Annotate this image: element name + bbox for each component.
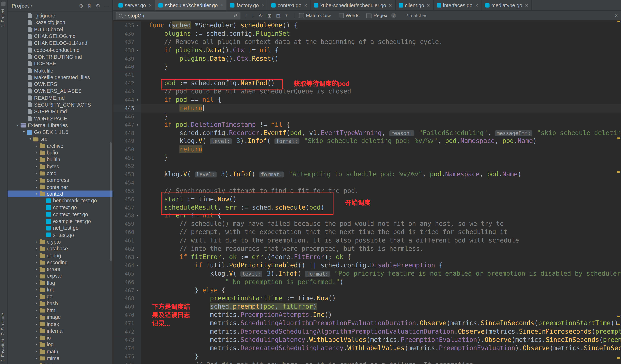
tree-item[interactable]: ▸encoding (8, 259, 113, 266)
gutter-cell[interactable]: 475 (113, 352, 141, 361)
gutter-cell[interactable]: 453 (113, 170, 141, 179)
tree-item[interactable]: context.go (8, 204, 113, 211)
chevron-collapsed-icon[interactable]: ▸ (34, 288, 39, 292)
tab-close-icon[interactable]: × (261, 2, 265, 8)
tree-item[interactable]: ▸errors (8, 266, 113, 273)
code-line[interactable]: 455 // Synchronously attempt to find a f… (113, 187, 621, 195)
tool-strip-project-button[interactable]: 1: Project (0, 9, 5, 27)
code-line[interactable]: 440 } (113, 63, 621, 71)
tree-item[interactable]: OWNERS (8, 81, 113, 88)
gutter-cell[interactable]: 459 (113, 220, 141, 228)
chevron-collapsed-icon[interactable]: ▸ (34, 329, 39, 333)
chevron-collapsed-icon[interactable]: ▸ (34, 350, 39, 353)
tree-item[interactable]: ▸net (8, 362, 113, 364)
tree-item[interactable]: ▸fmt (8, 286, 113, 293)
tree-item[interactable]: ▸mime (8, 355, 113, 362)
gear-icon[interactable]: ⚙ (96, 3, 100, 8)
gutter-cell[interactable]: 450 (113, 145, 141, 154)
regex-checkbox[interactable] (366, 13, 372, 18)
gutter-cell[interactable]: 470 (113, 311, 141, 319)
code-line[interactable]: 468 preemptionStartTime := time.Now() (113, 295, 621, 303)
gutter-cell[interactable]: 476 (113, 361, 141, 364)
tree-item[interactable]: ▸math (8, 348, 113, 355)
tree-item[interactable]: SECURITY_CONTACTS (8, 101, 113, 108)
code-line[interactable]: 446 } (113, 112, 621, 121)
tree-item[interactable]: BUILD.bazel (8, 26, 113, 33)
gutter-cell[interactable]: 474 (113, 344, 141, 352)
fold-icon[interactable]: ▾ (135, 46, 140, 54)
fold-icon[interactable]: ▾ (135, 253, 140, 261)
hide-panel-icon[interactable]: — (104, 3, 109, 8)
gutter-cell[interactable]: 441 (113, 71, 141, 79)
gutter-cell[interactable]: 471 (113, 319, 141, 328)
code-line[interactable]: 475 } (113, 352, 621, 361)
gutter-cell[interactable]: 465 (113, 270, 141, 278)
chevron-collapsed-icon[interactable]: ▸ (34, 274, 39, 278)
code-line[interactable]: 463▾ if fitError, ok := err.(*core.FitEr… (113, 253, 621, 261)
tree-item[interactable]: CHANGELOG-1.14.md (8, 40, 113, 46)
project-panel-title[interactable]: Project (12, 2, 29, 8)
tree-item[interactable]: ▸image (8, 314, 113, 321)
help-icon[interactable]: ? (391, 13, 396, 18)
tree-item[interactable]: ▸flag (8, 279, 113, 286)
filter-icon[interactable]: ▼ (285, 14, 288, 17)
add-selection-icon[interactable]: ⊞ (267, 13, 272, 18)
code-line[interactable]: 438▾ if plugins.Data().Ctx != nil { (113, 46, 621, 54)
code-line[interactable]: 460 // preempt, with the expectation tha… (113, 228, 621, 237)
chevron-down-icon[interactable]: ▾ (31, 4, 32, 8)
code-line[interactable]: 449 klog.V( level: 3).Infof( format: "Sk… (113, 137, 621, 145)
tree-item[interactable]: ▸index (8, 321, 113, 328)
tree-item[interactable]: CONTRIBUTING.md (8, 53, 113, 60)
chevron-expanded-icon[interactable]: ▾ (22, 130, 26, 134)
find-next-icon[interactable]: ↓ (252, 13, 254, 18)
tree-item[interactable]: CHANGELOG.md (8, 33, 113, 40)
error-stripe-mark[interactable] (617, 357, 620, 359)
chevron-collapsed-icon[interactable]: ▸ (34, 267, 39, 271)
tree-item[interactable]: ▸debug (8, 252, 113, 259)
chevron-collapsed-icon[interactable]: ▸ (34, 356, 39, 360)
gutter-cell[interactable]: 448 (113, 129, 141, 137)
code-line[interactable]: 467▾ } else { (113, 286, 621, 295)
code-line[interactable]: 476 // Pod did not fit anywhere, so it i… (113, 361, 621, 364)
tool-strip-favorites-button[interactable]: 2: Favorites (0, 339, 5, 362)
tree-scrollbar[interactable] (110, 142, 112, 261)
tree-item[interactable]: OWNERS_ALIASES (8, 88, 113, 94)
chevron-collapsed-icon[interactable]: ▸ (34, 158, 39, 161)
tree-item[interactable]: ▾src (8, 136, 113, 142)
gutter-cell[interactable]: 458▾ (113, 212, 141, 220)
code-line[interactable]: 441 (113, 71, 621, 79)
tree-item[interactable]: ▸archive (8, 142, 113, 149)
tree-item[interactable]: WORKSPACE (8, 115, 113, 122)
tree-item[interactable]: ▾External Libraries (8, 122, 113, 129)
gutter-cell[interactable]: 464▾ (113, 261, 141, 270)
gutter-cell[interactable]: 445 (113, 104, 141, 112)
gutter-cell[interactable]: 449 (113, 137, 141, 145)
tree-item[interactable]: .gitignore (8, 12, 113, 19)
editor-tab[interactable]: server.go× (115, 0, 155, 10)
gutter-cell[interactable]: 462 (113, 245, 141, 253)
chevron-collapsed-icon[interactable]: ▸ (34, 260, 39, 264)
code-line[interactable]: 448 sched.config.Recorder.Eventf(pod, v1… (113, 129, 621, 137)
tool-strip-structure-button[interactable]: 7: Structure (0, 313, 5, 336)
gutter-cell[interactable]: 460 (113, 228, 141, 237)
tree-item[interactable]: ▸hash (8, 300, 113, 307)
fold-icon[interactable]: ▾ (135, 286, 140, 295)
gutter-cell[interactable]: 473 (113, 336, 141, 344)
tab-close-icon[interactable]: × (427, 2, 430, 8)
search-history-chevron-icon[interactable]: ▾ (124, 14, 126, 17)
tree-item[interactable]: ▸container (8, 184, 113, 191)
tree-item[interactable]: ▸internal (8, 328, 113, 334)
error-stripe-mark[interactable] (617, 138, 620, 139)
editor-tab[interactable]: kube-scheduler/scheduler.go× (311, 0, 396, 10)
gutter-cell[interactable]: 472 (113, 328, 141, 336)
gutter-cell[interactable]: 468 (113, 295, 141, 303)
editor-tab[interactable]: interfaces.go× (433, 0, 482, 10)
tree-item[interactable]: ▸compress (8, 177, 113, 184)
tab-close-icon[interactable]: × (389, 2, 392, 8)
gutter-cell[interactable]: 440 (113, 63, 141, 71)
chevron-collapsed-icon[interactable]: ▸ (34, 336, 39, 340)
tree-item[interactable]: Makefile.generated_files (8, 74, 113, 81)
gutter-cell[interactable]: 435▾ (113, 21, 141, 30)
code-line[interactable]: 451 } (113, 154, 621, 162)
editor-tab[interactable]: factory.go× (227, 0, 268, 10)
